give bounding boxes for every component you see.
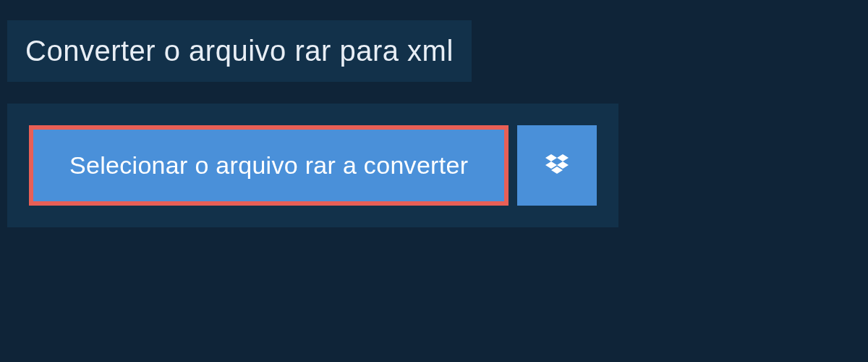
dropbox-button[interactable]: [517, 125, 597, 206]
select-file-label: Selecionar o arquivo rar a converter: [69, 151, 468, 180]
button-row: Selecionar o arquivo rar a converter: [29, 125, 597, 206]
page-title: Converter o arquivo rar para xml: [25, 35, 454, 67]
dropbox-icon: [542, 151, 571, 180]
select-file-button[interactable]: Selecionar o arquivo rar a converter: [29, 125, 509, 206]
page-title-bar: Converter o arquivo rar para xml: [7, 20, 472, 82]
upload-panel: Selecionar o arquivo rar a converter: [7, 104, 618, 227]
